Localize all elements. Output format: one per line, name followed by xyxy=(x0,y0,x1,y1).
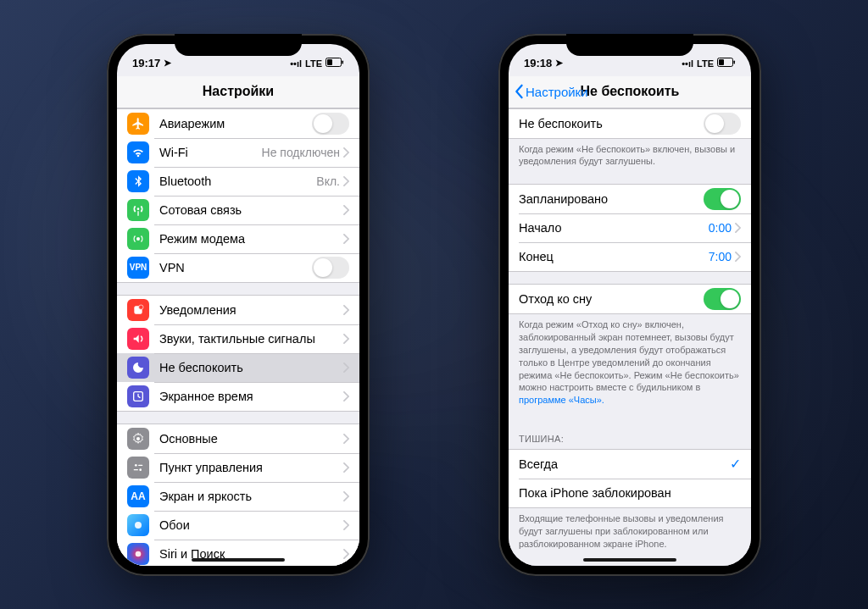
row-label: Экранное время xyxy=(159,390,343,403)
vpn-icon: VPN xyxy=(127,257,149,279)
settings-group: УведомленияЗвуки, тактильные сигналыНе б… xyxy=(117,295,359,412)
group-list: ОсновныеПункт управленияAAЭкран и яркост… xyxy=(117,424,359,566)
general-icon xyxy=(127,428,149,450)
battery-icon xyxy=(717,58,736,69)
settings-group: ОсновныеПункт управленияAAЭкран и яркост… xyxy=(117,424,359,566)
toggle-switch[interactable] xyxy=(704,188,741,210)
settings-row[interactable]: Конец7:00 xyxy=(509,242,751,271)
nav-bar: Настройки Не беспокоить xyxy=(509,76,751,108)
location-icon: ➤ xyxy=(164,58,171,69)
footer-link[interactable]: программе «Часы». xyxy=(519,395,604,405)
row-label: Сотовая связь xyxy=(159,203,343,217)
settings-row[interactable]: Основные xyxy=(117,424,359,453)
chevron-right-icon xyxy=(343,391,349,401)
chevron-right-icon xyxy=(343,363,349,373)
toggle-switch[interactable] xyxy=(704,113,741,135)
control-icon xyxy=(127,457,149,479)
settings-row[interactable]: Режим модема xyxy=(117,224,359,253)
home-indicator[interactable] xyxy=(192,558,285,562)
toggle-switch[interactable] xyxy=(312,257,349,279)
phone-right: 19:18 ➤ ••ıl LTE Настройки Не беспокоить… xyxy=(498,34,761,576)
chevron-right-icon xyxy=(343,205,349,215)
chevron-right-icon xyxy=(343,334,349,344)
signal-icon: ••ıl xyxy=(682,58,693,69)
status-time: 19:17 xyxy=(132,57,160,69)
svg-point-5 xyxy=(139,305,143,309)
phone-left: 19:17 ➤ ••ıl LTE Настройки АвиарежимWi-F… xyxy=(107,34,370,576)
row-label: Режим модема xyxy=(159,232,343,246)
battery-icon xyxy=(326,58,344,69)
screen-right: 19:18 ➤ ••ıl LTE Настройки Не беспокоить… xyxy=(509,44,751,566)
group-list: Отход ко сну xyxy=(509,284,751,314)
settings-row[interactable]: Пункт управления xyxy=(117,453,359,482)
toggle-switch[interactable] xyxy=(704,288,741,310)
settings-row[interactable]: Не беспокоить xyxy=(509,109,751,138)
settings-row[interactable]: Пока iPhone заблокирован xyxy=(509,479,751,507)
row-label: VPN xyxy=(159,261,312,274)
chevron-right-icon xyxy=(343,491,349,501)
group-list: АвиарежимWi-FiНе подключенBluetoothВкл.С… xyxy=(117,108,359,283)
settings-content[interactable]: АвиарежимWi-FiНе подключенBluetoothВкл.С… xyxy=(117,108,359,566)
back-button[interactable]: Настройки xyxy=(514,84,588,99)
location-icon: ➤ xyxy=(555,58,563,69)
screen-left: 19:17 ➤ ••ıl LTE Настройки АвиарежимWi-F… xyxy=(117,44,359,566)
settings-group: Не беспокоитьКогда режим «Не беспокоить»… xyxy=(509,108,751,173)
settings-row[interactable]: Всегда✓ xyxy=(509,450,751,479)
settings-row[interactable]: Siri и Поиск xyxy=(117,540,359,566)
row-label: Начало xyxy=(519,221,709,235)
dnd-content[interactable]: Не беспокоитьКогда режим «Не беспокоить»… xyxy=(509,108,751,566)
row-label: Отход ко сну xyxy=(519,292,704,306)
settings-row[interactable]: Авиарежим xyxy=(117,109,359,138)
row-label: Bluetooth xyxy=(159,174,316,188)
chevron-right-icon xyxy=(343,434,349,444)
wifi-icon xyxy=(127,141,149,163)
settings-row[interactable]: Обои xyxy=(117,511,359,540)
toggle-switch[interactable] xyxy=(312,113,349,135)
svg-point-13 xyxy=(136,551,142,556)
settings-row[interactable]: VPNVPN xyxy=(117,253,359,282)
settings-row[interactable]: Начало0:00 xyxy=(509,213,751,242)
chevron-right-icon xyxy=(343,549,349,559)
settings-row[interactable]: Не беспокоить xyxy=(117,353,359,382)
page-title: Настройки xyxy=(203,84,274,99)
settings-row[interactable]: Звуки, тактильные сигналы xyxy=(117,324,359,353)
row-label: Конец xyxy=(519,250,709,263)
row-value: Не подключен xyxy=(262,146,340,159)
notch xyxy=(175,34,302,56)
row-label: Не беспокоить xyxy=(519,117,704,130)
row-label: Всегда xyxy=(519,457,730,471)
status-time: 19:18 xyxy=(524,57,552,69)
checkmark-icon: ✓ xyxy=(730,456,741,472)
row-label: Уведомления xyxy=(159,303,343,317)
signal-icon: ••ıl xyxy=(290,58,302,69)
svg-rect-9 xyxy=(138,464,142,465)
carrier-label: LTE xyxy=(697,58,714,69)
chevron-right-icon xyxy=(735,223,741,233)
dnd-icon xyxy=(127,357,149,379)
group-list: Всегда✓Пока iPhone заблокирован xyxy=(509,449,751,508)
svg-point-10 xyxy=(139,468,142,471)
group-list: УведомленияЗвуки, тактильные сигналыНе б… xyxy=(117,295,359,412)
page-title: Не беспокоить xyxy=(581,84,680,99)
svg-rect-15 xyxy=(719,59,724,65)
settings-group: ТИШИНА:Всегда✓Пока iPhone заблокированВх… xyxy=(509,423,751,554)
svg-point-12 xyxy=(135,522,142,529)
notch xyxy=(566,34,693,56)
settings-group: ЗапланированоНачало0:00Конец7:00 xyxy=(509,184,751,272)
settings-row[interactable]: Отход ко сну xyxy=(509,285,751,313)
settings-row[interactable]: Уведомления xyxy=(117,296,359,324)
sounds-icon xyxy=(127,328,149,350)
settings-row[interactable]: Экранное время xyxy=(117,382,359,411)
home-indicator[interactable] xyxy=(583,558,676,562)
group-footer: Входящие телефонные вызовы и уведомления… xyxy=(509,508,751,555)
hotspot-icon xyxy=(127,228,149,250)
settings-row[interactable]: Запланировано xyxy=(509,185,751,213)
settings-row[interactable]: BluetoothВкл. xyxy=(117,167,359,196)
settings-row[interactable]: Сотовая связь xyxy=(117,196,359,224)
settings-row[interactable]: Wi-FiНе подключен xyxy=(117,138,359,167)
group-footer: Когда режим «Не беспокоить» включен, выз… xyxy=(509,139,751,173)
settings-group: Отход ко снуКогда режим «Отход ко сну» в… xyxy=(509,284,751,411)
settings-row[interactable]: AAЭкран и яркость xyxy=(117,482,359,511)
svg-rect-2 xyxy=(342,61,344,64)
settings-group: АвиарежимWi-FiНе подключенBluetoothВкл.С… xyxy=(117,108,359,283)
